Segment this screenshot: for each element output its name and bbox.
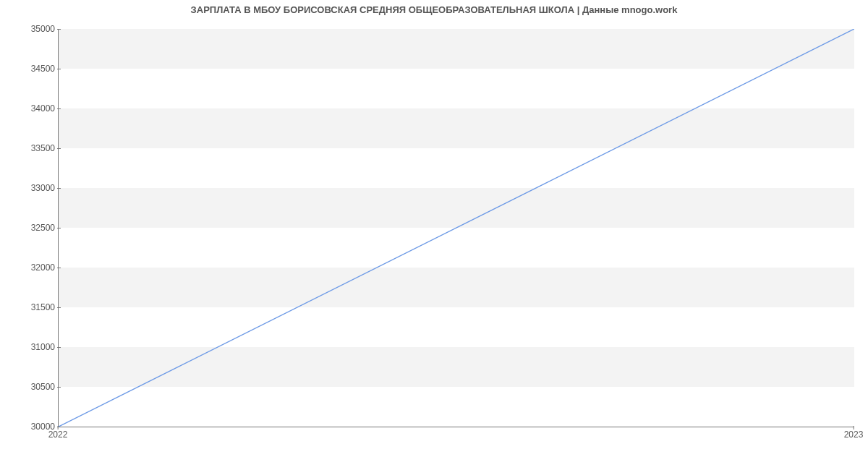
y-tick-label: 31500 [19,302,55,312]
y-tick-label: 32000 [19,262,55,273]
y-tick-label: 33500 [19,143,55,153]
y-tick-label: 34500 [19,64,55,74]
y-tick-label: 34000 [19,103,55,114]
grid-band [59,188,854,228]
y-tick-label: 35000 [19,24,55,34]
y-tick-label: 30500 [19,382,55,392]
y-tick-label: 32500 [19,223,55,233]
y-tick-label: 33000 [19,183,55,193]
grid-band [59,108,854,148]
y-tick-label: 31000 [19,342,55,352]
x-tick-label: 2022 [48,430,68,440]
grid-band [59,29,854,69]
grid-band [59,268,854,307]
chart-title: ЗАРПЛАТА В МБОУ БОРИСОВСКАЯ СРЕДНЯЯ ОБЩЕ… [0,4,868,15]
plot-area [58,29,854,427]
grid-band [59,347,854,387]
x-tick-label: 2023 [844,430,864,440]
